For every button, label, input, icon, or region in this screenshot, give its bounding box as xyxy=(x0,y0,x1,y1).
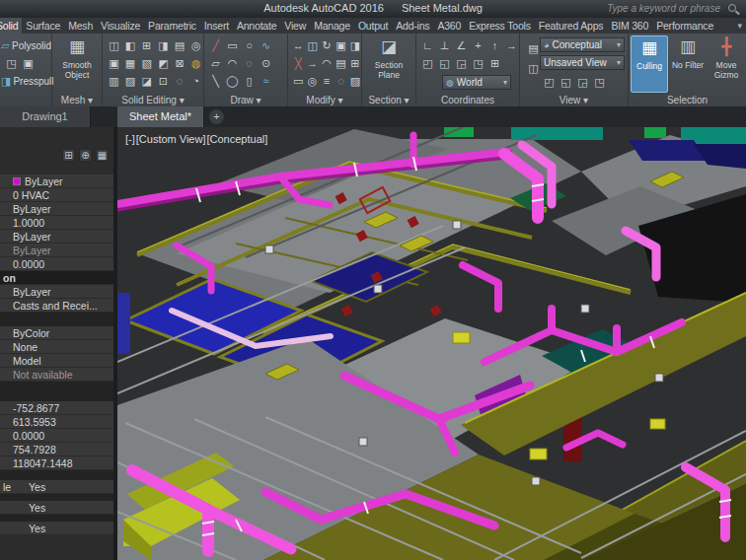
file-tab-sheet-metal[interactable]: Sheet Metal* xyxy=(117,106,204,127)
interfere-icon[interactable]: ◎ xyxy=(188,38,203,53)
coordinates-panel-label[interactable]: Coordinates xyxy=(416,94,519,106)
section-plane-button[interactable]: ◪ Section Plane xyxy=(370,35,408,93)
scale-icon[interactable]: ▣ xyxy=(335,38,346,53)
ucs-previous-icon[interactable]: ◱ xyxy=(437,56,452,71)
slice-icon[interactable]: ◨ xyxy=(156,38,171,53)
menu-tab-insert[interactable]: Insert xyxy=(200,18,233,34)
point-icon[interactable]: ◌ xyxy=(242,56,257,71)
property-row[interactable]: ByLayer xyxy=(0,202,113,216)
copy-icon[interactable]: ◫ xyxy=(306,38,318,53)
menu-tab-mesh[interactable]: Mesh xyxy=(64,18,97,34)
search-input[interactable]: Type a keyword or phrase xyxy=(607,3,720,14)
search-icon[interactable] xyxy=(728,4,736,12)
trim-icon[interactable]: ╳ xyxy=(292,56,304,71)
menu-tab-output[interactable]: Output xyxy=(354,18,392,34)
extrude-faces-icon[interactable]: ▣ xyxy=(107,56,121,71)
menu-tab-a360[interactable]: A360 xyxy=(433,18,465,34)
line-icon[interactable]: ╱ xyxy=(208,38,223,53)
hatch-icon[interactable]: ≈ xyxy=(259,74,273,89)
move-gizmo-button[interactable]: ╋Move Gizmo xyxy=(708,35,745,93)
offset-edge-icon[interactable]: ◔ xyxy=(188,74,203,89)
menu-tab-manage[interactable]: Manage xyxy=(310,18,354,34)
polysolid-button[interactable]: ▱ Polysolid xyxy=(0,36,51,54)
region-icon[interactable]: ▯ xyxy=(242,74,257,89)
break-icon[interactable]: ◌ xyxy=(335,74,346,89)
file-tab-drawing1[interactable]: Drawing1 xyxy=(0,106,91,127)
menu-tab-annotate[interactable]: Annotate xyxy=(233,18,280,34)
ucs-view-icon[interactable]: + xyxy=(471,38,485,53)
menu-tab-visualize[interactable]: Visualize xyxy=(97,18,144,34)
circle-icon[interactable]: ○ xyxy=(242,38,257,53)
ucs-world-icon[interactable]: ∟ xyxy=(420,38,435,53)
menu-tab-featured-apps[interactable]: Featured Apps xyxy=(535,18,608,34)
rotate-icon[interactable]: ↻ xyxy=(321,38,333,53)
array-icon[interactable]: ▤ xyxy=(335,56,346,71)
visual-style-control[interactable]: [Conceptual] xyxy=(207,133,268,145)
solid-history-icon[interactable]: ◳ xyxy=(4,56,19,71)
menu-tab-solid[interactable]: Solid xyxy=(0,18,22,34)
modify-panel-label[interactable]: Modify ▾ xyxy=(288,94,361,106)
property-row[interactable]: ByLayer xyxy=(0,244,113,257)
ucs-object-icon[interactable]: ◲ xyxy=(454,56,469,71)
property-row[interactable]: 0 HVAC xyxy=(0,188,113,202)
explode-icon[interactable]: ▨ xyxy=(349,74,361,89)
property-row[interactable]: Yes xyxy=(0,501,113,515)
imprint-icon[interactable]: ◌ xyxy=(173,74,187,89)
ucs-z-axis-icon[interactable]: ↑ xyxy=(487,38,502,53)
rectangle-icon[interactable]: ▭ xyxy=(225,38,240,53)
view-panel-label[interactable]: View ▾ xyxy=(520,94,628,106)
ucs-x-axis-icon[interactable]: → xyxy=(504,38,519,53)
property-row[interactable]: Yes xyxy=(0,522,113,535)
ribbon-collapse-icon[interactable]: ▾ xyxy=(737,18,742,34)
property-row[interactable]: ByLayer xyxy=(0,285,113,299)
mirror-icon[interactable]: ◨ xyxy=(349,38,361,53)
property-row[interactable]: None xyxy=(0,340,113,354)
color-faces-icon[interactable]: ◍ xyxy=(188,56,203,71)
check-icon[interactable]: ⊡ xyxy=(156,74,171,89)
ellipse-icon[interactable]: ◯ xyxy=(225,74,240,89)
ucs-world-dropdown[interactable]: ◍ World ▾ xyxy=(442,75,511,90)
polyline-icon[interactable]: ▱ xyxy=(208,56,223,71)
menu-tab-surface[interactable]: Surface xyxy=(22,18,64,34)
shell-icon[interactable]: ▥ xyxy=(107,74,121,89)
spline-icon[interactable]: ∿ xyxy=(259,38,273,53)
ucs-origin-icon[interactable]: ⊥ xyxy=(437,38,452,53)
intersect-icon[interactable]: ⊞ xyxy=(139,38,154,53)
section-panel-label[interactable]: Section ▾ xyxy=(362,94,415,106)
property-row[interactable]: 1.0000 xyxy=(0,216,113,230)
move-faces-icon[interactable]: ▦ xyxy=(123,56,138,71)
ucs-3point-icon[interactable]: ◳ xyxy=(471,56,485,71)
stretch-icon[interactable]: ⊞ xyxy=(349,56,361,71)
property-row[interactable]: ByLayer xyxy=(0,175,113,188)
property-row[interactable]: ByLayer xyxy=(0,230,113,244)
viewport-configuration-icon[interactable]: ▤ xyxy=(526,41,541,56)
separate-icon[interactable]: ▨ xyxy=(123,74,138,89)
property-row[interactable]: 0.0000 xyxy=(0,257,113,271)
move-icon[interactable]: ↔ xyxy=(292,38,304,53)
viewport-two-icon[interactable]: ◱ xyxy=(559,75,573,90)
arc-icon[interactable]: ◠ xyxy=(225,56,240,71)
property-row[interactable]: leYes xyxy=(0,480,113,494)
construction-line-icon[interactable]: ╲ xyxy=(208,74,223,89)
draw-panel-label[interactable]: Draw ▾ xyxy=(204,94,287,106)
fillet-icon[interactable]: ◠ xyxy=(321,56,333,71)
subtract-icon[interactable]: ◧ xyxy=(123,38,138,53)
view-name-control[interactable]: [Custom View] xyxy=(136,133,206,145)
ucs-settings-icon[interactable]: ⊞ xyxy=(487,56,502,71)
menu-tab-parametric[interactable]: Parametric xyxy=(144,18,200,34)
property-row[interactable]: Model xyxy=(0,354,113,368)
menu-tab-view[interactable]: View xyxy=(280,18,310,34)
mesh-panel-label[interactable]: Mesh ▾ xyxy=(52,94,102,106)
union-icon[interactable]: ◫ xyxy=(107,38,121,53)
align-icon[interactable]: ≡ xyxy=(321,74,333,89)
solid-editing-panel-label[interactable]: Solid Editing ▾ xyxy=(103,94,203,106)
viewport-four-icon[interactable]: ◳ xyxy=(592,75,607,90)
offset-icon[interactable]: ◎ xyxy=(306,74,318,89)
menu-tab-bim-360[interactable]: BIM 360 xyxy=(607,18,652,34)
visual-style-dropdown[interactable]: ◕ Conceptual ▾ xyxy=(540,37,625,52)
properties-category-header[interactable]: on xyxy=(0,271,113,285)
menu-tab-performance[interactable]: Performance xyxy=(652,18,717,34)
clean-icon[interactable]: ◪ xyxy=(139,74,154,89)
menu-tab-express-tools[interactable]: Express Tools xyxy=(465,18,535,34)
thicken-icon[interactable]: ▤ xyxy=(173,38,187,53)
